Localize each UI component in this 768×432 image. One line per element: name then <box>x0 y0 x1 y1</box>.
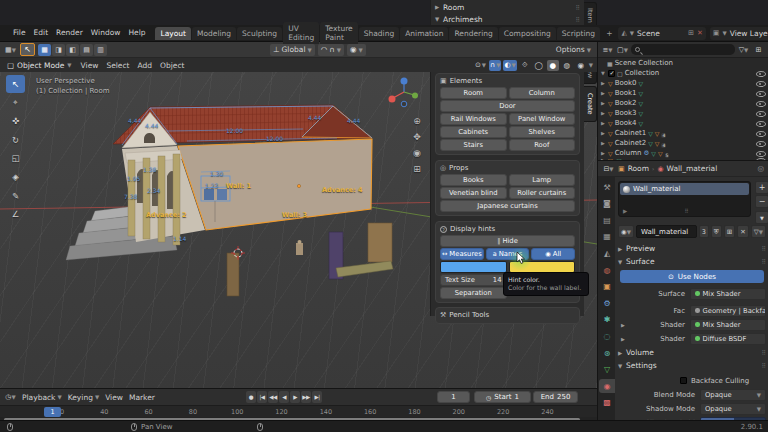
use-nodes-button[interactable]: ⊙Use Nodes <box>620 270 764 283</box>
annotate-tool[interactable]: ✎ <box>8 188 23 203</box>
tab-scripting[interactable]: Scripting <box>557 27 600 40</box>
tab-animation[interactable]: Animation <box>400 27 448 40</box>
tool-tab-icon[interactable]: ⚒ <box>599 180 615 194</box>
backface-culling-checkbox[interactable] <box>680 377 687 384</box>
scene-tab-icon[interactable]: ◭ <box>599 246 615 260</box>
pan-hand-icon[interactable]: ✥ <box>410 130 424 143</box>
next-keyframe-button[interactable]: ▶▶ <box>301 391 311 403</box>
eye-icon[interactable] <box>756 99 765 107</box>
users-count[interactable]: 3 <box>699 225 709 238</box>
roller-curtains-button[interactable]: Roller curtains <box>509 187 576 199</box>
physics-tab-icon[interactable]: ◌ <box>599 329 615 343</box>
rotate-tool[interactable]: ↻ <box>8 132 23 147</box>
menu-render[interactable]: Render <box>52 25 87 41</box>
breadcrumb-object[interactable]: Room <box>628 164 649 173</box>
editor-type-icon[interactable]: ⊟▼ <box>602 163 615 175</box>
camera-view-icon[interactable]: ◉ <box>410 146 424 159</box>
add-workspace-button[interactable]: + <box>601 27 617 40</box>
expand-arrow-icon[interactable]: ▶ <box>601 100 606 106</box>
books-button[interactable]: Books <box>440 174 507 186</box>
tab-rendering[interactable]: Rendering <box>449 27 497 40</box>
tab-uv-editing[interactable]: UV Editing <box>283 22 319 44</box>
expand-arrow-icon[interactable]: ▶ <box>601 130 606 136</box>
particles-tab-icon[interactable]: ✱ <box>599 313 615 327</box>
editor-type-icon[interactable]: ▦▼ <box>4 44 17 56</box>
overlays-icon[interactable]: ◐▼ <box>503 60 516 71</box>
expand-arrow-icon[interactable]: ▶ <box>601 140 606 146</box>
frame-end-field[interactable]: End250 <box>533 391 578 403</box>
venetian-blind-button[interactable]: Venetian blind <box>440 187 507 199</box>
active-tool-button[interactable]: ↖ <box>20 43 35 56</box>
add-slot-button[interactable]: + <box>755 181 768 194</box>
filter-collection-icon[interactable]: ≡▼ <box>601 44 614 56</box>
slot-expand-icon[interactable]: ▶ <box>623 208 627 214</box>
transform-tool[interactable]: ◈ <box>8 169 23 184</box>
hide-button[interactable]: ‖Hide <box>440 235 575 247</box>
world-tab-icon[interactable]: ◍ <box>599 263 615 277</box>
lamp-button[interactable]: Lamp <box>509 174 576 186</box>
measure-color-swatch[interactable] <box>440 261 507 273</box>
outliner-row[interactable]: ▶▽Book2▽ <box>598 98 768 108</box>
outliner-row[interactable]: ▶▽Book1▽ <box>598 88 768 98</box>
menu-edit[interactable]: Edit <box>30 25 53 41</box>
separation-button[interactable]: Separation <box>440 287 507 299</box>
frame-start-field[interactable]: ◷Start1 <box>474 391 531 403</box>
panel-drag-dots[interactable]: ⠿ <box>576 16 580 23</box>
texture-tab-icon[interactable]: ▩ <box>599 396 615 410</box>
preview-section[interactable]: ▶Preview⠿ <box>618 243 766 254</box>
modifiers-tab-icon[interactable]: ⚙ <box>599 296 615 310</box>
surface-section[interactable]: ▼Surface⠿ <box>618 256 766 267</box>
outliner-search-input[interactable] <box>631 44 735 55</box>
text-size-field[interactable]: Text Size14 <box>440 274 507 286</box>
material-shading-icon[interactable]: ◍ <box>561 60 573 71</box>
eye-icon[interactable] <box>756 79 765 87</box>
eye-icon[interactable] <box>756 129 765 137</box>
japanese-curtains-button[interactable]: Japanese curtains <box>440 200 575 212</box>
settings-section[interactable]: ▼Settings⠿ <box>618 360 766 371</box>
view-layer-selector[interactable]: ▣▼ View Layer ⊞✕ <box>710 27 768 40</box>
sidebar-tab-create[interactable]: Create <box>584 86 597 122</box>
material-slot-list[interactable]: Wall_material ▶⠿ <box>618 181 751 217</box>
cabinets-button[interactable]: Cabinets <box>440 126 507 138</box>
tab-layout[interactable]: Layout <box>155 27 191 40</box>
ortho-toggle-icon[interactable]: ⊞ <box>410 162 424 175</box>
viewport-menu-object[interactable]: Object <box>156 61 188 70</box>
outliner-row-collection[interactable]: ▼ ▢ Collection <box>598 68 768 78</box>
locations-toggle-icon[interactable]: ◨ <box>52 44 65 56</box>
rail-windows-button[interactable]: Rail Windows <box>440 113 507 125</box>
breadcrumb-material[interactable]: Wall_material <box>667 164 718 173</box>
expand-arrow-icon[interactable]: ▶ <box>618 336 628 342</box>
copy-icon[interactable]: ⊞ <box>724 225 735 238</box>
timeline-menu-playback[interactable]: Playback▼ <box>19 393 65 402</box>
jump-end-button[interactable]: ▶| <box>312 391 322 403</box>
panel-archimesh[interactable]: ▼ Archimesh ⠿ <box>435 13 580 25</box>
menu-help[interactable]: Help <box>124 25 149 41</box>
clock-editor-icon[interactable]: ◷▼ <box>4 391 17 403</box>
gizmos-icon[interactable]: ⟐ <box>519 60 531 71</box>
remove-slot-button[interactable]: − <box>755 195 768 208</box>
fake-user-shield-icon[interactable]: ⛨ <box>711 225 722 238</box>
mode-dropdown[interactable]: ▢ Object Mode ▼ <box>4 61 75 70</box>
play-button[interactable]: ▶ <box>290 391 300 403</box>
tab-modeling[interactable]: Modeling <box>192 27 236 40</box>
slot-specials-button[interactable]: ▼ <box>755 211 768 224</box>
playhead[interactable]: 1 <box>44 407 61 417</box>
scales-toggle-icon[interactable]: ▤ <box>80 44 93 56</box>
scene-name[interactable]: Scene <box>637 29 685 38</box>
new-collection-icon[interactable]: ⊞ <box>752 44 765 56</box>
eye-icon[interactable] <box>756 139 765 147</box>
solid-shading-icon[interactable]: ● <box>547 60 559 71</box>
shelves-button[interactable]: Shelves <box>509 126 576 138</box>
expand-arrow-icon[interactable]: ▶ <box>618 322 628 328</box>
rendered-shading-icon[interactable]: ◉ <box>575 60 587 71</box>
wireframe-shading-icon[interactable]: ◯ <box>533 60 545 71</box>
active-tool-badge[interactable]: ↖ <box>6 75 25 93</box>
material-tab-icon[interactable]: ◉ <box>599 379 615 393</box>
expand-arrow-icon[interactable]: ▶ <box>601 150 606 156</box>
outliner-row[interactable]: ▶▽Book0▽ <box>598 78 768 88</box>
pivot-point-icon[interactable]: ⊙▼ <box>474 60 487 71</box>
blend-mode-dropdown[interactable]: Opaque▼ <box>700 389 766 401</box>
parents-toggle-icon[interactable]: ▥ <box>94 44 107 56</box>
outliner-row[interactable]: ▶▽Book4▽ <box>598 118 768 128</box>
output-tab-icon[interactable]: ▤ <box>599 213 615 227</box>
